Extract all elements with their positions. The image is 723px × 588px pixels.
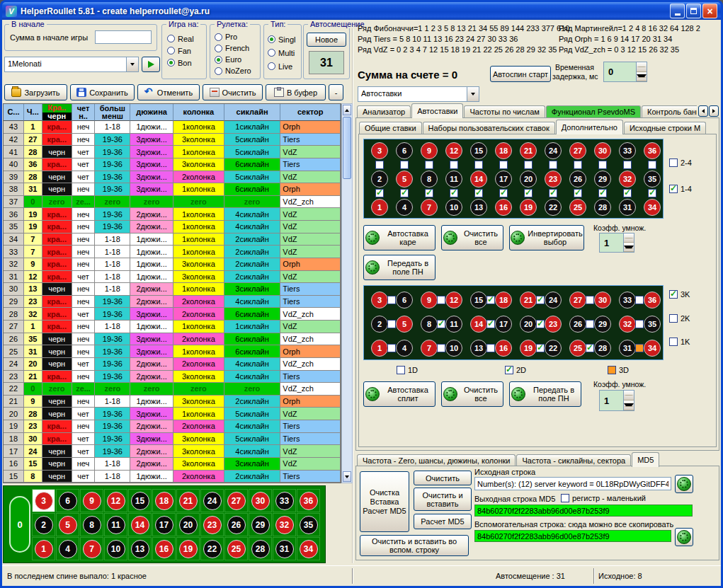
panel-number-20[interactable]: 20	[520, 316, 537, 333]
board-cell-5[interactable]: 5	[56, 513, 79, 536]
checkbox-icon[interactable]	[669, 185, 678, 193]
panel-number-13[interactable]: 13	[470, 199, 487, 216]
save-button[interactable]: Сохранить	[70, 84, 135, 100]
board-cell-30[interactable]: 30	[249, 489, 272, 512]
panel-number-30[interactable]: 30	[594, 292, 611, 309]
split-checkbox[interactable]	[486, 296, 495, 304]
panel-number-4[interactable]: 4	[396, 340, 413, 357]
sub-tab-2[interactable]: Наборы пользовательских ставок	[423, 122, 555, 134]
panel-number-16[interactable]: 16	[495, 199, 512, 216]
play-button[interactable]	[142, 57, 160, 72]
corner-checkbox[interactable]	[574, 161, 582, 169]
checkbox-3k[interactable]: 3K	[669, 290, 690, 299]
delay-spinner-arrows[interactable]	[636, 62, 647, 81]
panel-number-16[interactable]: 16	[495, 340, 512, 357]
md5-calc-button[interactable]: Расчет MD5	[414, 514, 472, 529]
table-scrollbar[interactable]	[341, 103, 353, 483]
board-cell-3[interactable]: 3	[32, 489, 55, 512]
radio-pro[interactable]: Pro	[215, 31, 251, 42]
panel-number-17[interactable]: 17	[495, 171, 512, 188]
preset-combo[interactable]: 1Melonati	[4, 57, 139, 72]
corner-checkbox[interactable]	[623, 189, 632, 197]
koeff-spinner-arrows[interactable]	[623, 391, 634, 410]
split-checkbox[interactable]	[486, 344, 495, 352]
board-cell-18[interactable]: 18	[152, 489, 176, 512]
board-cell-13[interactable]: 13	[128, 537, 152, 560]
corner-checkbox[interactable]	[450, 161, 458, 169]
panel-number-9[interactable]: 9	[421, 142, 438, 159]
panel-number-32[interactable]: 32	[619, 316, 636, 333]
radio-singl[interactable]: Singl	[268, 33, 295, 46]
corner-checkbox[interactable]	[450, 189, 458, 197]
panel-number-21[interactable]: 21	[520, 142, 537, 159]
corner-checkbox[interactable]	[499, 161, 508, 169]
autobets-combo[interactable]: Автоставки	[358, 86, 479, 102]
split-checkbox[interactable]	[486, 320, 495, 328]
checkbox-icon[interactable]	[669, 158, 678, 167]
autobets-combo-button[interactable]	[467, 87, 479, 101]
board-cell-36[interactable]: 36	[297, 489, 320, 512]
buffer-button[interactable]: В буфер	[266, 84, 326, 100]
panel-number-12[interactable]: 12	[445, 292, 462, 309]
md5-clear-button[interactable]: Очистить	[414, 471, 472, 485]
split-checkbox[interactable]	[387, 344, 396, 352]
panel-number-5[interactable]: 5	[396, 316, 413, 333]
minimize-button[interactable]	[670, 4, 685, 18]
scroll-up-button[interactable]	[343, 105, 351, 115]
spin-up-button[interactable]	[624, 234, 634, 243]
main-tab-2[interactable]: Автоставки	[411, 103, 463, 118]
panel-number-33[interactable]: 33	[619, 142, 636, 159]
delay-spinner[interactable]: 0	[603, 62, 647, 82]
board-cell-28[interactable]: 28	[249, 537, 272, 560]
panel-number-29[interactable]: 29	[594, 316, 611, 333]
corner-checkbox[interactable]	[400, 161, 409, 169]
panel-number-34[interactable]: 34	[644, 199, 661, 216]
corner-checkbox[interactable]	[549, 189, 557, 197]
panel-number-23[interactable]: 23	[545, 316, 562, 333]
freq-tab-3[interactable]: MD5	[632, 452, 659, 467]
panel-number-1[interactable]: 1	[371, 199, 388, 216]
panel-number-8[interactable]: 8	[421, 171, 438, 188]
minus-button[interactable]: -	[329, 84, 343, 100]
split-checkbox[interactable]	[536, 344, 545, 352]
tab-scroll-left-button[interactable]	[698, 105, 708, 117]
split-checkbox[interactable]	[437, 296, 445, 304]
panel-number-32[interactable]: 32	[619, 171, 636, 188]
main-tab-1[interactable]: Анализатор	[357, 105, 411, 118]
panel-number-9[interactable]: 9	[421, 292, 438, 309]
board-cell-31[interactable]: 31	[273, 537, 296, 560]
case-checkbox-item[interactable]: регистр - маленький	[561, 494, 646, 502]
board-cell-34[interactable]: 34	[297, 537, 320, 560]
checkbox-2k[interactable]: 2K	[669, 314, 690, 323]
koeff-spinner-2[interactable]: 1	[599, 390, 634, 411]
md5-wheel-button-1[interactable]	[675, 475, 693, 493]
spin-up-button[interactable]	[637, 62, 647, 72]
panel-number-30[interactable]: 30	[594, 142, 611, 159]
tab-scroll-right-button[interactable]	[709, 105, 719, 117]
load-button[interactable]: Загрузить	[4, 84, 67, 100]
panel-number-21[interactable]: 21	[520, 292, 537, 309]
corner-checkbox[interactable]	[648, 161, 656, 169]
panel-number-2[interactable]: 2	[371, 316, 388, 333]
clear-button[interactable]: Очистить	[203, 84, 263, 100]
panel-number-28[interactable]: 28	[594, 199, 611, 216]
split-checkbox[interactable]	[437, 320, 445, 328]
autospin-start-button[interactable]: Автоспин старт	[490, 66, 551, 82]
koeff-spinner-arrows[interactable]	[623, 234, 634, 252]
panel-number-36[interactable]: 36	[644, 142, 661, 159]
panel-number-5[interactable]: 5	[396, 171, 413, 188]
panel-number-11[interactable]: 11	[445, 316, 462, 333]
split-checkbox[interactable]	[387, 296, 396, 304]
split-action-button-1[interactable]: Автоставка сплит	[363, 381, 435, 407]
board-cell-32[interactable]: 32	[273, 513, 296, 536]
panel-number-14[interactable]: 14	[470, 316, 487, 333]
main-tab-4[interactable]: Функционал PsevdoMS	[546, 105, 641, 118]
board-cell-15[interactable]: 15	[128, 489, 152, 512]
md5-big-button[interactable]: Очистка Вставка Расчет MD5	[360, 471, 409, 532]
corner-action-button-3[interactable]: Инвертировать выбор	[509, 225, 584, 250]
start-sum-input[interactable]	[95, 30, 152, 44]
scroll-down-button[interactable]	[343, 471, 351, 482]
corner-checkbox[interactable]	[524, 189, 533, 197]
checkbox-icon[interactable]	[669, 314, 678, 323]
panel-number-35[interactable]: 35	[644, 171, 661, 188]
